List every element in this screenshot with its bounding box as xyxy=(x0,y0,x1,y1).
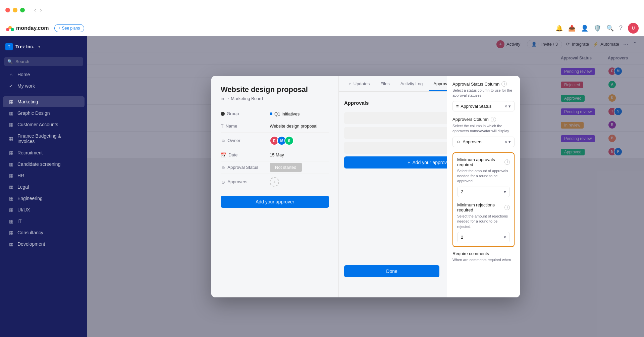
sidebar-item-legal[interactable]: ▦ Legal xyxy=(3,182,85,192)
sidebar-item-label: Engineering xyxy=(17,196,43,201)
sidebar-item-uiux[interactable]: ▦ UI/UX xyxy=(3,204,85,215)
info-icon[interactable]: i xyxy=(504,205,510,210)
workspace-header[interactable]: T Trez Inc. ▾ xyxy=(0,40,87,53)
dialog-breadcrumb: in → Marketing Board xyxy=(221,96,329,101)
sidebar-item-hr[interactable]: ▦ HR xyxy=(3,170,85,181)
dialog-left-panel: Website design proposal in → Marketing B… xyxy=(211,76,339,297)
field-date: 📅 Date 15 May xyxy=(221,149,329,161)
name-value[interactable]: Website design proposal xyxy=(270,124,329,129)
board-icon: ▦ xyxy=(8,230,14,235)
minimize-button[interactable] xyxy=(13,8,17,12)
label-text: Minimum rejections required xyxy=(457,202,502,212)
select-value: 2 xyxy=(461,189,463,194)
sidebar-item-label: My work xyxy=(17,83,35,89)
sidebar-item-marketing[interactable]: ▦ Marketing xyxy=(3,96,85,107)
sidebar-item-candidate-screening[interactable]: ▦ Candidate screening xyxy=(3,159,85,170)
tab-label: Files xyxy=(380,81,389,86)
approval-status-value[interactable]: Not started xyxy=(270,165,329,170)
sidebar-item-customer-accounts[interactable]: ▦ Customer Accounts xyxy=(3,119,85,130)
add-icon: + xyxy=(408,160,410,165)
close-button[interactable] xyxy=(5,8,10,12)
approval-status-select[interactable]: ≡ Approval Status × ▾ xyxy=(452,101,515,111)
approval-status-column-label: Approval Status Column i xyxy=(452,81,515,87)
name-icon: T xyxy=(221,124,224,129)
owner-avatars[interactable]: E M S xyxy=(270,136,329,145)
nav-arrows: ‹ › xyxy=(33,6,43,14)
min-rejections-select[interactable]: 2 ▾ xyxy=(457,232,510,242)
date-value[interactable]: 15 May xyxy=(270,152,329,157)
tab-activity-log[interactable]: Activity Log xyxy=(396,77,427,91)
inbox-icon[interactable]: 📥 xyxy=(568,25,576,32)
dialog-right-panel: × ⌂ Updates Files Activity Log Approvals xyxy=(339,76,520,297)
chevron-down-icon[interactable]: ▾ xyxy=(504,235,506,240)
label-text: Approvers xyxy=(227,179,247,184)
tab-files[interactable]: Files xyxy=(376,77,394,91)
chevron-down-icon[interactable]: ▾ xyxy=(504,189,506,194)
board-icon: ▦ xyxy=(8,110,14,116)
owner-icon: ☺ xyxy=(221,138,225,143)
sidebar-item-finance[interactable]: ▦ Finance Budgeting & Invoices xyxy=(3,131,85,147)
approvals-title: Approvals xyxy=(344,100,369,106)
sidebar-item-mywork[interactable]: ✔ My work xyxy=(3,81,85,91)
search-icon[interactable]: 🔍 xyxy=(606,25,614,32)
nav-forward-button[interactable]: › xyxy=(39,6,43,14)
clear-icon[interactable]: × xyxy=(504,104,507,109)
sidebar-item-it[interactable]: ▦ IT xyxy=(3,216,85,227)
select-controls: × ▾ xyxy=(504,139,511,144)
sidebar: T Trez Inc. ▾ 🔍 Search ⌂ Home ✔ My work … xyxy=(0,36,87,337)
label-text: Minimum approvals required xyxy=(457,157,502,167)
sidebar-item-home[interactable]: ⌂ Home xyxy=(3,69,85,80)
maximize-button[interactable] xyxy=(20,8,25,12)
sidebar-item-label: Consultancy xyxy=(17,230,43,235)
chevron-down-icon[interactable]: ▾ xyxy=(508,104,511,109)
item-dialog: Website design proposal in → Marketing B… xyxy=(211,76,520,297)
info-icon[interactable]: i xyxy=(504,159,510,165)
info-icon[interactable]: i xyxy=(491,117,496,122)
nav-back-button[interactable]: ‹ xyxy=(33,6,37,14)
approval-status-column-section: Approval Status Column i Select a status… xyxy=(452,81,515,111)
sidebar-item-engineering[interactable]: ▦ Engineering xyxy=(3,193,85,204)
sidebar-item-consultancy[interactable]: ▦ Consultancy xyxy=(3,227,85,238)
sidebar-item-label: Home xyxy=(17,72,30,77)
min-approvals-select[interactable]: 2 ▾ xyxy=(457,187,510,197)
board-icon: ▦ xyxy=(8,122,14,127)
clear-icon[interactable]: × xyxy=(504,139,507,144)
notification-icon[interactable]: 🔔 xyxy=(555,25,563,32)
group-color-dot xyxy=(270,112,272,115)
app-bar-right: 🔔 📥 👤 🛡️ 🔍 ? U xyxy=(555,23,639,34)
info-icon[interactable]: i xyxy=(501,81,507,87)
dialog-title: Website design proposal xyxy=(221,85,329,94)
group-value[interactable]: Q1 Initiatives xyxy=(270,111,329,116)
gift-icon[interactable]: 🛡️ xyxy=(594,25,601,32)
monday-logo-icon xyxy=(5,23,15,33)
user-icon[interactable]: 👤 xyxy=(581,25,588,32)
tab-updates[interactable]: ⌂ Updates xyxy=(344,77,374,91)
sidebar-item-development[interactable]: ▦ Development xyxy=(3,239,85,249)
user-avatar[interactable]: U xyxy=(628,23,639,34)
require-comments-section: Require comments When are comments requi… xyxy=(452,251,515,262)
add-update-button[interactable]: Add your approver xyxy=(221,196,329,208)
tab-label: Updates xyxy=(354,81,370,86)
see-plans-button[interactable]: + See plans xyxy=(54,24,85,32)
group-value-inner: Q1 Initiatives xyxy=(270,111,300,116)
search-bar[interactable]: 🔍 Search xyxy=(4,57,83,66)
min-approvals-desc: Select the amount of approvals needed fo… xyxy=(457,168,510,184)
help-icon[interactable]: ? xyxy=(619,25,623,32)
sidebar-item-recruitment[interactable]: ▦ Recruitment xyxy=(3,147,85,158)
require-comments-desc: When are comments required when xyxy=(452,257,515,262)
min-rejections-desc: Select the amount of rejections needed f… xyxy=(457,214,510,229)
svg-point-2 xyxy=(11,28,14,31)
main-layout: T Trez Inc. ▾ 🔍 Search ⌂ Home ✔ My work … xyxy=(0,36,644,337)
approval-status-desc: Select a status column to use for the ap… xyxy=(452,88,515,98)
chevron-down-icon[interactable]: ▾ xyxy=(508,139,511,144)
checkmark-icon: ✔ xyxy=(8,83,14,89)
sidebar-item-label: Customer Accounts xyxy=(17,122,58,127)
label-text: Approval Status xyxy=(227,165,258,170)
owner-avatar-3: S xyxy=(284,136,294,145)
approvers-value[interactable]: + xyxy=(270,177,329,187)
done-button[interactable]: Done xyxy=(344,265,439,277)
min-rejections-section: Minimum rejections required i Select the… xyxy=(457,202,510,242)
sidebar-item-graphic-design[interactable]: ▦ Graphic Design xyxy=(3,108,85,118)
approvers-select[interactable]: ☺ Approvers × ▾ xyxy=(452,137,515,147)
sidebar-item-label: Legal xyxy=(17,184,29,190)
